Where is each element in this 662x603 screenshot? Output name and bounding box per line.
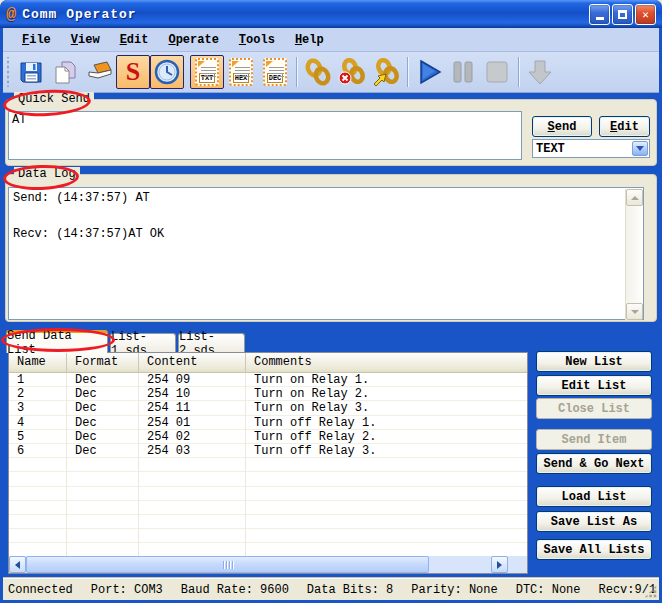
button-label: Edit List: [562, 379, 627, 393]
cell-content: 254 11: [139, 401, 246, 415]
cell-comments: Turn on Relay 2.: [246, 387, 527, 401]
edit-list-button[interactable]: Edit List: [536, 375, 652, 396]
menu-operate[interactable]: Operate: [159, 31, 227, 49]
cell-content: 254 01: [139, 416, 246, 430]
send-item-button[interactable]: Send Item: [536, 429, 652, 450]
minimize-button[interactable]: [589, 4, 610, 25]
receive-button[interactable]: [523, 55, 557, 89]
maximize-button[interactable]: [612, 4, 633, 25]
data-log-text: Send: (14:37:57) AT Recv: (14:37:57)AT O…: [9, 188, 643, 319]
status-data-bits: Data Bits: 8: [298, 583, 402, 597]
send-and-go-next-button[interactable]: Send & Go Next: [536, 453, 652, 474]
save-button[interactable]: [14, 55, 48, 89]
toolbar-grip[interactable]: [5, 57, 10, 87]
scroll-right-button[interactable]: [491, 556, 508, 573]
cell-format: Dec: [67, 444, 139, 458]
titlebar[interactable]: @ Comm Operator ✕: [0, 0, 662, 28]
table-row[interactable]: 1 Dec 254 09 Turn on Relay 1.: [9, 373, 527, 387]
copy-icon: [52, 59, 79, 86]
close-list-button[interactable]: Close List: [536, 398, 652, 419]
timer-send-button[interactable]: [150, 55, 184, 89]
data-log-scrollbar[interactable]: [625, 189, 642, 320]
cell-content: 254 03: [139, 444, 246, 458]
clear-button[interactable]: [82, 55, 116, 89]
format-select[interactable]: TEXT: [532, 139, 650, 158]
scrollbar-thumb[interactable]: [26, 556, 429, 573]
hex-mode-icon: HEX: [229, 58, 253, 86]
table-row[interactable]: 2 Dec 254 10 Turn on Relay 2.: [9, 387, 527, 401]
dec-mode-icon: DEC: [263, 58, 287, 86]
button-label: Save All Lists: [544, 543, 645, 557]
tab-list-1[interactable]: List-1.sds: [110, 333, 176, 353]
menu-file[interactable]: File: [13, 31, 60, 49]
cell-comments: Turn off Relay 3.: [246, 444, 527, 458]
quick-send-label: Quick Send: [14, 92, 94, 106]
cell-name: 2: [9, 387, 67, 401]
edit-button[interactable]: Edit: [599, 116, 650, 137]
table-row[interactable]: 6 Dec 254 03 Turn off Relay 3.: [9, 444, 527, 458]
dec-mode-button[interactable]: DEC: [258, 55, 292, 89]
cell-format: Dec: [67, 387, 139, 401]
scroll-left-button[interactable]: [9, 556, 26, 573]
table-row[interactable]: 4 Dec 254 01 Turn off Relay 1.: [9, 416, 527, 430]
column-header-comments[interactable]: Comments: [246, 353, 527, 373]
connect-icon: [303, 58, 333, 86]
new-list-button[interactable]: New List: [536, 351, 652, 372]
menu-view[interactable]: View: [62, 31, 109, 49]
play-icon: [415, 58, 443, 86]
send-single-button[interactable]: S: [116, 55, 150, 89]
cell-name: 4: [9, 416, 67, 430]
button-label: Close List: [558, 402, 630, 416]
chevron-down-icon[interactable]: [632, 141, 648, 156]
quick-send-input[interactable]: AT: [8, 111, 522, 160]
menu-tools[interactable]: Tools: [230, 31, 284, 49]
cell-name: 6: [9, 444, 67, 458]
cell-comments: Turn on Relay 1.: [246, 373, 527, 387]
format-select-value: TEXT: [533, 142, 632, 156]
stop-button[interactable]: [480, 55, 514, 89]
table-row[interactable]: 5 Dec 254 02 Turn off Relay 2.: [9, 430, 527, 444]
pause-button[interactable]: [446, 55, 480, 89]
chevron-down-icon: [631, 310, 639, 314]
data-log-label: Data Log: [14, 167, 80, 181]
tab-list-2[interactable]: List-2.sds: [178, 333, 245, 353]
cell-comments: Turn off Relay 2.: [246, 430, 527, 444]
txt-mode-button[interactable]: TXT: [190, 55, 224, 89]
scroll-down-button[interactable]: [626, 303, 643, 320]
table-horizontal-scrollbar[interactable]: [9, 556, 527, 573]
connect-button[interactable]: [301, 55, 335, 89]
disconnect-button[interactable]: [335, 55, 369, 89]
app-logo-icon: @: [6, 5, 16, 24]
cell-comments: Turn on Relay 3.: [246, 401, 527, 415]
cell-content: 254 10: [139, 387, 246, 401]
chevron-left-icon: [15, 561, 20, 569]
save-list-as-button[interactable]: Save List As: [536, 511, 652, 532]
tab-send-data-list[interactable]: Send Data List: [6, 330, 108, 353]
start-button[interactable]: [412, 55, 446, 89]
toolbar: S TXT HEX DEC: [3, 52, 659, 93]
copy-button[interactable]: [48, 55, 82, 89]
close-button[interactable]: ✕: [635, 4, 656, 25]
status-connection: Connected: [8, 583, 82, 597]
hex-mode-button[interactable]: HEX: [224, 55, 258, 89]
menu-edit[interactable]: Edit: [111, 31, 158, 49]
menu-help[interactable]: Help: [286, 31, 333, 49]
reconnect-icon: [370, 58, 402, 86]
save-all-lists-button[interactable]: Save All Lists: [536, 539, 652, 560]
table-row[interactable]: 3 Dec 254 11 Turn on Relay 3.: [9, 401, 527, 415]
reconnect-button[interactable]: [369, 55, 403, 89]
button-label: Save List As: [551, 515, 637, 529]
tab-label: Send Data List: [7, 329, 107, 357]
cell-format: Dec: [67, 373, 139, 387]
load-list-button[interactable]: Load List: [536, 486, 652, 507]
cell-name: 5: [9, 430, 67, 444]
eraser-icon: [85, 59, 113, 85]
send-button[interactable]: Send: [532, 116, 592, 137]
scroll-up-button[interactable]: [626, 189, 643, 206]
data-log-area[interactable]: Send: (14:37:57) AT Recv: (14:37:57)AT O…: [8, 187, 644, 320]
stop-icon: [484, 59, 510, 85]
toolbar-separator: [296, 57, 297, 87]
send-button-label: Send: [548, 120, 577, 134]
cell-comments: Turn off Relay 1.: [246, 416, 527, 430]
column-header-content[interactable]: Content: [139, 353, 246, 373]
